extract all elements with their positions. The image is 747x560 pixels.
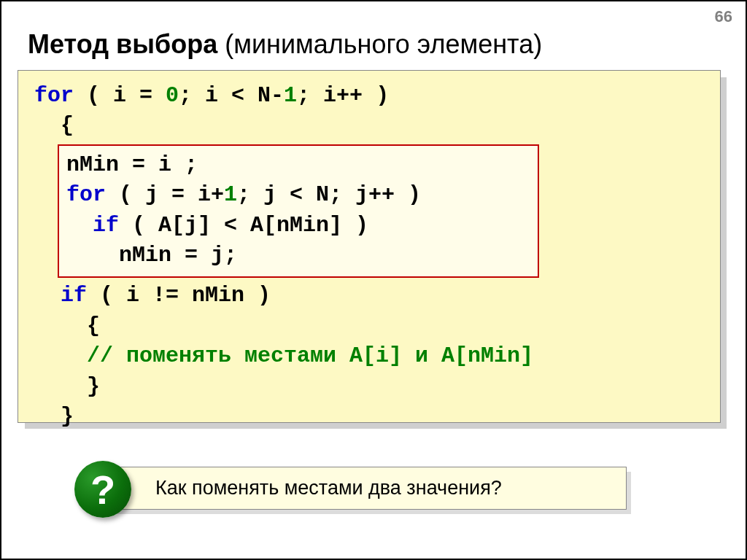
literal-one: 1 [284,83,297,108]
code-line-5: // поменять местами A[i] и A[nMin] [34,341,707,371]
code-text: ( i != nMin ) [87,283,271,308]
callout-text: Как поменять местами два значения? [155,477,502,499]
kw-for: for [34,83,74,108]
kw-for: for [66,182,106,207]
code-text: } [34,374,100,399]
code-text: ; i++ ) [297,83,389,108]
code-text: } [34,404,74,429]
code-text: { [34,314,100,338]
question-callout: Как поменять местами два значения? [104,467,629,512]
inner-line-4: nMin = j; [66,241,530,271]
title-bold: Метод выбора [28,29,217,59]
code-text: ( i = [74,83,166,108]
code-text: nMin = j; [66,243,237,268]
code-text: ( A[j] < A[nMin] ) [119,213,368,238]
code-content: for ( i = 0; i < N-1; i++ ) { nMin = i ;… [18,70,721,423]
kw-if: if [34,283,87,308]
code-comment: // поменять местами A[i] и A[nMin] [34,343,533,368]
code-line-7: } [34,402,707,432]
inner-code-frame: nMin = i ; for ( j = i+1; j < N; j++ ) i… [58,144,539,279]
literal-one: 1 [224,182,237,207]
code-text: ( j = i+ [106,182,224,207]
title-rest: (минимального элемента) [217,29,542,59]
page-number: 66 [715,7,732,26]
code-block: for ( i = 0; i < N-1; i++ ) { nMin = i ;… [18,70,725,427]
code-line-3: if ( i != nMin ) [34,281,707,311]
code-line-4: { [34,311,707,341]
code-text: nMin = i ; [66,152,198,177]
code-line-6: } [34,372,707,402]
question-mark-icon: ? [74,461,131,518]
code-text: { [34,113,74,138]
code-text: ; j < N; j++ ) [237,182,421,207]
inner-line-3: if ( A[j] < A[nMin] ) [66,211,530,241]
code-text: ; i < N- [179,83,284,108]
inner-line-1: nMin = i ; [66,150,530,180]
inner-line-2: for ( j = i+1; j < N; j++ ) [66,180,530,210]
slide-title: Метод выбора (минимального элемента) [28,29,542,60]
code-line-1: for ( i = 0; i < N-1; i++ ) [34,81,707,111]
code-line-2: { [34,111,707,141]
kw-if: if [66,213,119,238]
literal-zero: 0 [166,83,179,108]
callout-body: Как поменять местами два значения? [104,467,627,510]
